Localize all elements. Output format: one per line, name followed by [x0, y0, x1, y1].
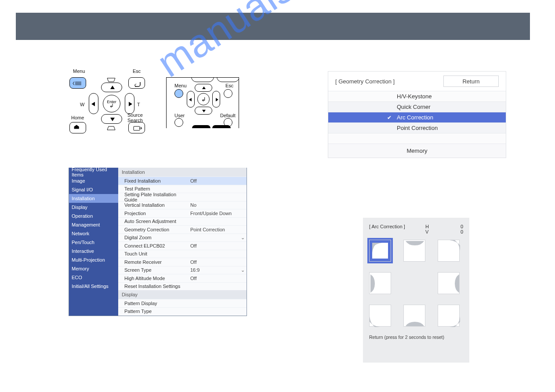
menu-row[interactable]: Vertical InstallationNo [118, 201, 247, 209]
svg-rect-5 [134, 126, 140, 130]
proj-enter-button[interactable]: ↲ [197, 93, 210, 105]
menu-row-value: No [190, 202, 247, 208]
geo-list[interactable]: H/V-KeystoneQuick CornerArc CorrectionPo… [328, 91, 506, 133]
geo-memory[interactable]: Memory [328, 144, 506, 158]
svg-marker-4 [107, 126, 115, 130]
esc-label: Esc [133, 68, 141, 74]
arc-title: [ Arc Correction ] [369, 224, 405, 237]
arc-correction-panel: [ Arc Correction ] H V 0 0 [363, 218, 469, 363]
sidebar-item[interactable]: Multi-Projection [69, 255, 118, 264]
chevron-down-icon: ⌄ [239, 235, 247, 241]
menu-row-label: Auto Screen Adjustment [124, 219, 190, 224]
svg-marker-3 [107, 78, 115, 82]
sidebar-item[interactable]: Image [69, 176, 118, 185]
sidebar-item[interactable]: Initial/All Settings [69, 282, 118, 291]
geometry-correction-panel: [ Geometry Correction ] Return H/V-Keyst… [328, 71, 506, 158]
menu-row[interactable]: Touch Unit [118, 250, 247, 258]
menu-row[interactable]: Remote ReceiverOff [118, 258, 247, 266]
proj-dpad-down[interactable] [195, 107, 212, 115]
menu-row-value: Off [190, 178, 247, 183]
esc-button[interactable] [128, 77, 145, 89]
menu-row[interactable]: Connect ELPCB02Off [118, 241, 247, 250]
proj-dpad-up[interactable] [195, 84, 212, 92]
menu-row[interactable]: Auto Screen Adjustment [118, 217, 247, 226]
arc-right[interactable] [438, 272, 460, 294]
source-search-button[interactable] [128, 122, 145, 133]
menu-section-header: Display [118, 290, 247, 299]
sidebar-item[interactable]: Installation [69, 194, 118, 203]
dpad-left-button[interactable] [89, 93, 98, 114]
menu-row-label: Reset Installation Settings [124, 284, 190, 289]
menu-row-label: High Altitude Mode [124, 276, 190, 281]
menu-row-label: Fixed Installation [124, 178, 190, 183]
keystone-up-icon [106, 76, 116, 82]
menu-row[interactable]: Fixed InstallationOff [118, 176, 247, 185]
arc-grid[interactable] [369, 240, 463, 327]
menu-row[interactable]: ProjectionFront/Upside Down [118, 209, 247, 217]
geometry-item[interactable]: Point Correction [328, 122, 506, 133]
sidebar-item[interactable]: Operation [69, 212, 118, 220]
dpad-up-button[interactable] [101, 83, 122, 92]
geometry-item[interactable]: H/V-Keystone [328, 91, 506, 101]
sidebar-item[interactable]: Pen/Touch [69, 238, 118, 247]
geo-return-label: Return [462, 78, 479, 85]
menu-row-value: Point Correction [190, 227, 247, 232]
menu-row[interactable]: Screen Type16:9⌄ [118, 266, 247, 274]
geo-return-button[interactable]: Return [443, 76, 499, 87]
menu-content: InstallationFixed InstallationOffTest Pa… [118, 168, 247, 316]
geometry-item[interactable]: Arc Correction [328, 112, 506, 122]
menu-sidebar[interactable]: Frequently Used ItemsImageSignal I/OInst… [69, 168, 118, 316]
projector-menu: Frequently Used ItemsImageSignal I/OInst… [69, 168, 247, 316]
geo-title: [ Geometry Correction ] [335, 78, 443, 85]
geo-footer-label: Memory [407, 147, 428, 154]
sidebar-item[interactable]: ECO [69, 273, 118, 282]
arc-footer: Return (press for 2 seconds to reset) [369, 334, 463, 340]
menu-button[interactable] [69, 77, 86, 89]
menu-row[interactable]: Digital Zoom⌄ [118, 234, 247, 242]
menu-row-value: Front/Upside Down [190, 211, 247, 216]
w-label: W [80, 102, 84, 107]
menu-row-label: Pattern Display [124, 301, 190, 306]
proj-menu-label: Menu [174, 83, 187, 88]
sidebar-item[interactable]: Signal I/O [69, 185, 118, 194]
proj-dpad-left[interactable] [187, 91, 195, 108]
enter-button[interactable]: Enter ↲ [103, 95, 120, 112]
projector-remote-illustration: Menu Esc ↲ User Default [166, 77, 239, 128]
t-label: T [137, 102, 140, 107]
proj-user-button[interactable] [174, 118, 183, 127]
menu-row-label: Vertical Installation [124, 202, 190, 208]
sidebar-item[interactable]: Frequently Used Items [69, 168, 118, 176]
arc-bottom-left[interactable] [369, 305, 391, 327]
keystone-down-icon [106, 125, 116, 130]
home-label: Home [71, 115, 84, 120]
menu-row[interactable]: Geometry CorrectionPoint Correction [118, 225, 247, 234]
menu-row-label: Connect ELPCB02 [124, 243, 190, 248]
proj-esc-button[interactable] [224, 89, 232, 98]
sidebar-item[interactable]: Network [69, 229, 118, 238]
arc-bottom[interactable] [403, 305, 425, 327]
menu-row-label: Screen Type [124, 267, 190, 273]
menu-row[interactable]: Setting Plate Installation Guide [118, 193, 247, 201]
arc-left[interactable] [369, 272, 391, 294]
menu-row[interactable]: High Altitude ModeOff [118, 274, 247, 282]
menu-row[interactable]: Pattern Type [118, 307, 247, 316]
sidebar-item[interactable]: Management [69, 220, 118, 229]
dpad-right-button[interactable] [125, 93, 134, 114]
geometry-item[interactable]: Quick Corner [328, 101, 506, 112]
home-button[interactable] [69, 122, 86, 133]
sidebar-item[interactable]: Display [69, 203, 118, 212]
proj-menu-button[interactable] [174, 89, 183, 98]
arc-bottom-right[interactable] [438, 305, 460, 327]
arc-top[interactable] [403, 240, 425, 262]
header-banner [16, 13, 530, 40]
menu-row-value: Off [190, 276, 247, 281]
sidebar-item[interactable]: Interactive [69, 247, 118, 255]
menu-section-header: Installation [118, 168, 247, 176]
arc-top-left[interactable] [369, 240, 391, 262]
sidebar-item[interactable]: Memory [69, 264, 118, 273]
dpad-down-button[interactable] [101, 114, 122, 124]
proj-dpad-right[interactable] [212, 91, 220, 108]
arc-top-right[interactable] [438, 240, 460, 262]
menu-row[interactable]: Reset Installation Settings [118, 282, 247, 291]
menu-row[interactable]: Pattern Display [118, 299, 247, 307]
